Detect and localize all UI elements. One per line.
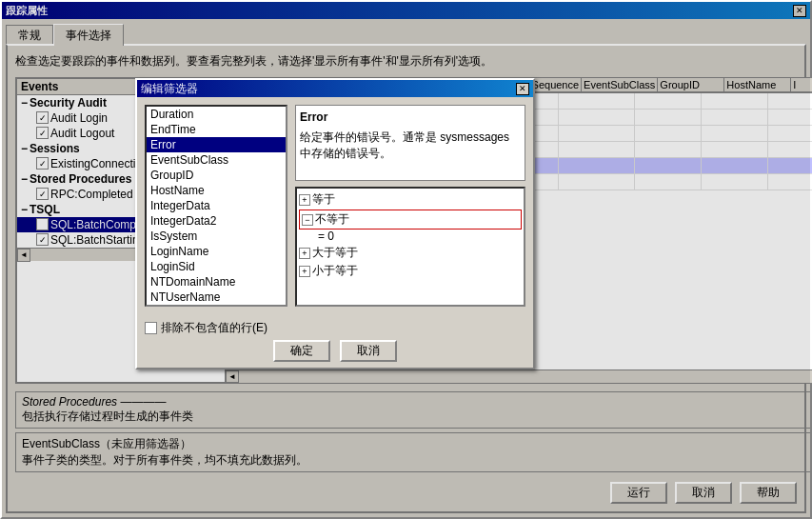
dialog-overlay: 编辑筛选器 ✕ Duration EndTime Error EventSubC… [2, 2, 810, 517]
dialog-filter-list-section: Duration EndTime Error EventSubClass Gro… [145, 105, 287, 307]
not-equals-value: = 0 [299, 230, 522, 243]
filter-item-loginsid[interactable]: LoginSid [147, 259, 286, 274]
filter-item-duration[interactable]: Duration [147, 107, 286, 122]
checkbox-exclude-null[interactable] [145, 322, 157, 334]
expand-lte[interactable]: + [299, 266, 310, 277]
filter-item-integerdata[interactable]: IntegerData [147, 198, 286, 213]
dialog-buttons: 确定 取消 [145, 340, 525, 362]
filter-node-gte[interactable]: + 大于等于 [299, 244, 522, 262]
error-desc-text: 给定事件的错误号。通常是 sysmessages 中存储的错误号。 [300, 130, 521, 162]
filter-list[interactable]: Duration EndTime Error EventSubClass Gro… [145, 105, 287, 307]
filter-node-equals[interactable]: + 等于 [299, 190, 522, 209]
gte-label: 大于等于 [312, 245, 358, 261]
filter-item-eventsubclass[interactable]: EventSubClass [147, 152, 286, 168]
expand-not-equals[interactable]: − [302, 214, 313, 226]
expand-equals[interactable]: + [299, 194, 310, 206]
dialog-body: Duration EndTime Error EventSubClass Gro… [137, 97, 533, 314]
error-desc-title: Error [300, 110, 521, 126]
filter-item-ntusername[interactable]: NTUserName [147, 289, 286, 305]
dialog-title-bar: 编辑筛选器 ✕ [137, 80, 533, 97]
exclude-null-row: 排除不包含值的行(E) [145, 320, 525, 336]
dialog-cancel-button[interactable]: 取消 [340, 340, 397, 362]
dialog-title: 编辑筛选器 [141, 81, 198, 97]
dialog-ok-button[interactable]: 确定 [273, 340, 330, 362]
filter-item-loginname[interactable]: LoginName [147, 244, 286, 259]
filter-item-error[interactable]: Error [147, 137, 286, 152]
dialog-right-section: Error 给定事件的错误号。通常是 sysmessages 中存储的错误号。 … [295, 105, 525, 307]
not-equals-row[interactable]: − 不等于 [299, 210, 522, 230]
filter-node-lte[interactable]: + 小于等于 [299, 262, 522, 280]
equals-label: 等于 [312, 191, 335, 208]
edit-filter-dialog: 编辑筛选器 ✕ Duration EndTime Error EventSubC… [135, 78, 535, 369]
filter-item-hostname[interactable]: HostName [147, 183, 286, 198]
filter-item-groupid[interactable]: GroupID [147, 168, 286, 183]
exclude-null-label: 排除不包含值的行(E) [161, 320, 267, 336]
expand-gte[interactable]: + [299, 248, 310, 259]
filter-item-ntdomainname[interactable]: NTDomainName [147, 274, 286, 289]
dialog-footer: 排除不包含值的行(E) 确定 取消 [137, 314, 533, 368]
not-equals-label: 不等于 [315, 211, 349, 228]
filter-tree[interactable]: + 等于 − 不等于 = 0 [295, 187, 525, 307]
not-equals-child-label: = 0 [318, 230, 334, 243]
error-desc-box: Error 给定事件的错误号。通常是 sysmessages 中存储的错误号。 [295, 105, 525, 181]
filter-item-endtime[interactable]: EndTime [147, 122, 286, 137]
filter-node-not-equals: − 不等于 = 0 [299, 209, 522, 244]
lte-label: 小于等于 [312, 263, 358, 279]
filter-item-integerdata2[interactable]: IntegerData2 [147, 213, 286, 229]
main-window: 跟踪属性 ✕ 常规 事件选择 检查选定要跟踪的事件和数据列。要查看完整列表，请选… [0, 0, 812, 519]
dialog-close-button[interactable]: ✕ [516, 83, 529, 95]
filter-item-issystem[interactable]: IsSystem [147, 229, 286, 244]
